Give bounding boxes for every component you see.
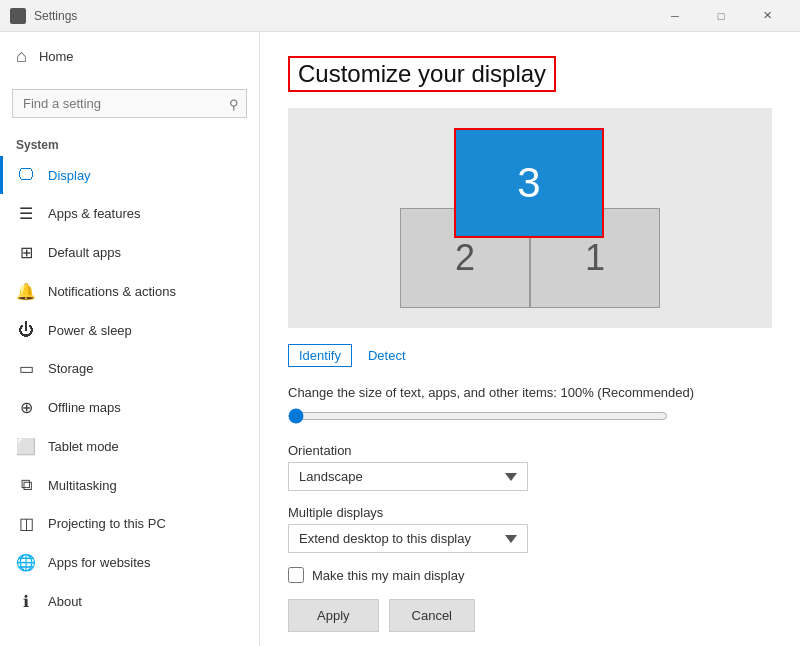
action-buttons: Apply Cancel (288, 599, 772, 632)
app-layout: ⌂ Home ⚲ System 🖵 Display ☰ Apps & featu… (0, 32, 800, 646)
cancel-button[interactable]: Cancel (389, 599, 475, 632)
sidebar-item-tablet-mode-label: Tablet mode (48, 439, 119, 454)
sidebar-item-default-apps-label: Default apps (48, 245, 121, 260)
text-size-section: Change the size of text, apps, and other… (288, 385, 772, 427)
home-icon: ⌂ (16, 46, 27, 67)
detect-link[interactable]: Detect (368, 348, 406, 363)
main-content: Customize your display 3 2 1 Identify De… (260, 32, 800, 646)
search-wrap: ⚲ (12, 89, 247, 118)
offline-maps-icon: ⊕ (16, 398, 36, 417)
sidebar-search-area: ⚲ (0, 81, 259, 130)
home-label: Home (39, 49, 74, 64)
settings-app-icon (10, 8, 26, 24)
main-display-checkbox[interactable] (288, 567, 304, 583)
orientation-group: Orientation Landscape Portrait Landscape… (288, 443, 772, 491)
restore-button[interactable]: □ (698, 0, 744, 32)
titlebar: Settings ─ □ ✕ (0, 0, 800, 32)
multitasking-icon: ⧉ (16, 476, 36, 494)
notifications-icon: 🔔 (16, 282, 36, 301)
sidebar-item-about-label: About (48, 594, 82, 609)
page-title: Customize your display (288, 56, 556, 92)
display-icon: 🖵 (16, 166, 36, 184)
storage-icon: ▭ (16, 359, 36, 378)
sidebar-item-display[interactable]: 🖵 Display (0, 156, 259, 194)
text-size-label: Change the size of text, apps, and other… (288, 385, 772, 400)
apps-features-icon: ☰ (16, 204, 36, 223)
multiple-displays-select[interactable]: Extend desktop to this display Duplicate… (288, 524, 528, 553)
monitor-3-label: 3 (517, 159, 540, 207)
monitor-1-label: 1 (585, 237, 605, 279)
titlebar-title: Settings (34, 9, 77, 23)
sidebar-item-multitasking-label: Multitasking (48, 478, 117, 493)
minimize-button[interactable]: ─ (652, 0, 698, 32)
sidebar-item-storage-label: Storage (48, 361, 94, 376)
orientation-label: Orientation (288, 443, 772, 458)
sidebar-item-power-sleep[interactable]: ⏻ Power & sleep (0, 311, 259, 349)
display-preview: 3 2 1 (288, 108, 772, 328)
main-display-label: Make this my main display (312, 568, 464, 583)
sidebar-item-notifications-label: Notifications & actions (48, 284, 176, 299)
sidebar-item-multitasking[interactable]: ⧉ Multitasking (0, 466, 259, 504)
search-icon: ⚲ (229, 96, 239, 111)
titlebar-controls: ─ □ ✕ (652, 0, 790, 32)
tablet-mode-icon: ⬜ (16, 437, 36, 456)
sidebar-item-notifications[interactable]: 🔔 Notifications & actions (0, 272, 259, 311)
sidebar-item-apps-features-label: Apps & features (48, 206, 141, 221)
sidebar-item-apps-websites[interactable]: 🌐 Apps for websites (0, 543, 259, 582)
sidebar-item-power-sleep-label: Power & sleep (48, 323, 132, 338)
sidebar-item-apps-websites-label: Apps for websites (48, 555, 151, 570)
sidebar-item-offline-maps-label: Offline maps (48, 400, 121, 415)
identify-detect-row: Identify Detect (288, 344, 772, 367)
monitor-3[interactable]: 3 (454, 128, 604, 238)
monitor-2-label: 2 (455, 237, 475, 279)
apply-button[interactable]: Apply (288, 599, 379, 632)
multiple-displays-label: Multiple displays (288, 505, 772, 520)
default-apps-icon: ⊞ (16, 243, 36, 262)
sidebar-item-home[interactable]: ⌂ Home (0, 32, 259, 81)
apps-websites-icon: 🌐 (16, 553, 36, 572)
search-input[interactable] (12, 89, 247, 118)
identify-button[interactable]: Identify (288, 344, 352, 367)
main-display-row: Make this my main display (288, 567, 772, 583)
sidebar-item-default-apps[interactable]: ⊞ Default apps (0, 233, 259, 272)
sidebar-item-storage[interactable]: ▭ Storage (0, 349, 259, 388)
sidebar-item-offline-maps[interactable]: ⊕ Offline maps (0, 388, 259, 427)
about-icon: ℹ (16, 592, 36, 611)
sidebar-item-projecting[interactable]: ◫ Projecting to this PC (0, 504, 259, 543)
close-button[interactable]: ✕ (744, 0, 790, 32)
text-size-slider[interactable] (288, 408, 668, 424)
sidebar-item-tablet-mode[interactable]: ⬜ Tablet mode (0, 427, 259, 466)
power-sleep-icon: ⏻ (16, 321, 36, 339)
multiple-displays-group: Multiple displays Extend desktop to this… (288, 505, 772, 553)
sidebar-section-label: System (0, 130, 259, 156)
sidebar-item-apps-features[interactable]: ☰ Apps & features (0, 194, 259, 233)
sidebar: ⌂ Home ⚲ System 🖵 Display ☰ Apps & featu… (0, 32, 260, 646)
sidebar-item-display-label: Display (48, 168, 91, 183)
sidebar-item-projecting-label: Projecting to this PC (48, 516, 166, 531)
orientation-select[interactable]: Landscape Portrait Landscape (flipped) P… (288, 462, 528, 491)
projecting-icon: ◫ (16, 514, 36, 533)
titlebar-left: Settings (10, 8, 77, 24)
sidebar-item-about[interactable]: ℹ About (0, 582, 259, 621)
